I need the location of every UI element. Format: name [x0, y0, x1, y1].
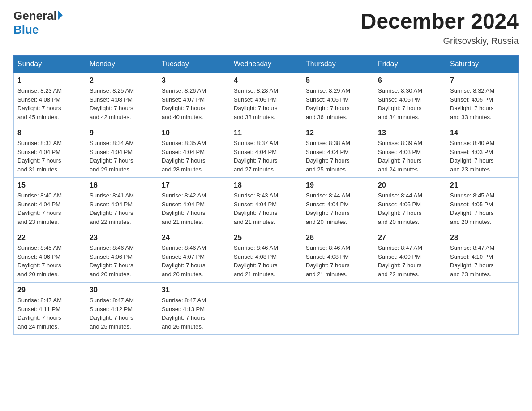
logo: General Blue	[13, 9, 63, 37]
day-info: Sunrise: 8:25 AM Sunset: 4:08 PM Dayligh…	[90, 86, 154, 121]
table-row: 22 Sunrise: 8:45 AM Sunset: 4:06 PM Dayl…	[14, 230, 86, 283]
table-row: 15 Sunrise: 8:40 AM Sunset: 4:04 PM Dayl…	[14, 178, 86, 230]
day-number: 10	[162, 129, 226, 137]
calendar-week-row: 1 Sunrise: 8:23 AM Sunset: 4:08 PM Dayli…	[14, 73, 519, 125]
col-tuesday: Tuesday	[158, 56, 230, 73]
day-info: Sunrise: 8:47 AM Sunset: 4:11 PM Dayligh…	[17, 296, 82, 331]
day-info: Sunrise: 8:47 AM Sunset: 4:13 PM Dayligh…	[162, 296, 226, 331]
day-number: 4	[234, 77, 298, 85]
table-row: 3 Sunrise: 8:26 AM Sunset: 4:07 PM Dayli…	[158, 73, 230, 125]
table-row: 9 Sunrise: 8:34 AM Sunset: 4:04 PM Dayli…	[86, 125, 158, 178]
table-row: 18 Sunrise: 8:43 AM Sunset: 4:04 PM Dayl…	[230, 178, 302, 230]
logo-blue-part	[57, 13, 63, 20]
table-row: 12 Sunrise: 8:38 AM Sunset: 4:04 PM Dayl…	[302, 125, 374, 178]
col-thursday: Thursday	[302, 56, 374, 73]
table-row: 20 Sunrise: 8:44 AM Sunset: 4:05 PM Dayl…	[374, 178, 446, 230]
day-number: 9	[90, 129, 154, 137]
day-info: Sunrise: 8:46 AM Sunset: 4:08 PM Dayligh…	[234, 244, 298, 278]
table-row: 2 Sunrise: 8:25 AM Sunset: 4:08 PM Dayli…	[86, 73, 158, 125]
col-wednesday: Wednesday	[230, 56, 302, 73]
day-number: 21	[450, 181, 515, 189]
day-number: 29	[17, 286, 82, 294]
day-number: 26	[306, 234, 370, 242]
day-info: Sunrise: 8:46 AM Sunset: 4:07 PM Dayligh…	[162, 244, 226, 278]
table-row: 5 Sunrise: 8:29 AM Sunset: 4:06 PM Dayli…	[302, 73, 374, 125]
table-row: 19 Sunrise: 8:44 AM Sunset: 4:04 PM Dayl…	[302, 178, 374, 230]
table-row: 29 Sunrise: 8:47 AM Sunset: 4:11 PM Dayl…	[14, 283, 86, 335]
day-info: Sunrise: 8:39 AM Sunset: 4:03 PM Dayligh…	[378, 139, 442, 174]
table-row: 13 Sunrise: 8:39 AM Sunset: 4:03 PM Dayl…	[374, 125, 446, 178]
location-subtitle: Gritsovskiy, Russia	[361, 36, 519, 46]
day-info: Sunrise: 8:41 AM Sunset: 4:04 PM Dayligh…	[90, 191, 154, 226]
day-info: Sunrise: 8:45 AM Sunset: 4:05 PM Dayligh…	[450, 191, 515, 226]
day-info: Sunrise: 8:29 AM Sunset: 4:06 PM Dayligh…	[306, 86, 370, 121]
day-number: 30	[90, 286, 154, 294]
day-number: 1	[17, 77, 82, 85]
calendar-week-row: 8 Sunrise: 8:33 AM Sunset: 4:04 PM Dayli…	[14, 125, 519, 178]
page-header: General Blue December 2024 Gritsovskiy, …	[13, 9, 519, 46]
title-section: December 2024 Gritsovskiy, Russia	[361, 9, 519, 46]
logo-triangle-icon	[58, 11, 63, 20]
day-number: 19	[306, 181, 370, 189]
table-row: 26 Sunrise: 8:46 AM Sunset: 4:08 PM Dayl…	[302, 230, 374, 283]
day-info: Sunrise: 8:37 AM Sunset: 4:04 PM Dayligh…	[234, 139, 298, 174]
table-row: 6 Sunrise: 8:30 AM Sunset: 4:05 PM Dayli…	[374, 73, 446, 125]
table-row: 8 Sunrise: 8:33 AM Sunset: 4:04 PM Dayli…	[14, 125, 86, 178]
day-info: Sunrise: 8:40 AM Sunset: 4:03 PM Dayligh…	[450, 139, 515, 174]
calendar-week-row: 29 Sunrise: 8:47 AM Sunset: 4:11 PM Dayl…	[14, 283, 519, 335]
day-info: Sunrise: 8:46 AM Sunset: 4:08 PM Dayligh…	[306, 244, 370, 278]
table-row: 16 Sunrise: 8:41 AM Sunset: 4:04 PM Dayl…	[86, 178, 158, 230]
table-row: 14 Sunrise: 8:40 AM Sunset: 4:03 PM Dayl…	[446, 125, 519, 178]
day-info: Sunrise: 8:45 AM Sunset: 4:06 PM Dayligh…	[17, 244, 82, 278]
day-info: Sunrise: 8:43 AM Sunset: 4:04 PM Dayligh…	[234, 191, 298, 226]
day-number: 6	[378, 77, 442, 85]
day-number: 17	[162, 181, 226, 189]
day-info: Sunrise: 8:46 AM Sunset: 4:06 PM Dayligh…	[90, 244, 154, 278]
col-friday: Friday	[374, 56, 446, 73]
calendar-table: Sunday Monday Tuesday Wednesday Thursday…	[13, 55, 519, 335]
day-info: Sunrise: 8:34 AM Sunset: 4:04 PM Dayligh…	[90, 139, 154, 174]
day-number: 22	[17, 234, 82, 242]
day-info: Sunrise: 8:23 AM Sunset: 4:08 PM Dayligh…	[17, 86, 82, 121]
day-info: Sunrise: 8:47 AM Sunset: 4:10 PM Dayligh…	[450, 244, 515, 278]
day-info: Sunrise: 8:26 AM Sunset: 4:07 PM Dayligh…	[162, 86, 226, 121]
table-row	[374, 283, 446, 335]
table-row: 17 Sunrise: 8:42 AM Sunset: 4:04 PM Dayl…	[158, 178, 230, 230]
table-row: 7 Sunrise: 8:32 AM Sunset: 4:05 PM Dayli…	[446, 73, 519, 125]
day-info: Sunrise: 8:47 AM Sunset: 4:09 PM Dayligh…	[378, 244, 442, 278]
logo-general-text: General	[13, 9, 57, 23]
day-number: 25	[234, 234, 298, 242]
day-number: 2	[90, 77, 154, 85]
day-info: Sunrise: 8:30 AM Sunset: 4:05 PM Dayligh…	[378, 86, 442, 121]
day-info: Sunrise: 8:28 AM Sunset: 4:06 PM Dayligh…	[234, 86, 298, 121]
table-row: 4 Sunrise: 8:28 AM Sunset: 4:06 PM Dayli…	[230, 73, 302, 125]
day-number: 16	[90, 181, 154, 189]
table-row: 11 Sunrise: 8:37 AM Sunset: 4:04 PM Dayl…	[230, 125, 302, 178]
day-number: 23	[90, 234, 154, 242]
day-info: Sunrise: 8:33 AM Sunset: 4:04 PM Dayligh…	[17, 139, 82, 174]
day-number: 24	[162, 234, 226, 242]
table-row: 31 Sunrise: 8:47 AM Sunset: 4:13 PM Dayl…	[158, 283, 230, 335]
col-monday: Monday	[86, 56, 158, 73]
table-row: 27 Sunrise: 8:47 AM Sunset: 4:09 PM Dayl…	[374, 230, 446, 283]
col-saturday: Saturday	[446, 56, 519, 73]
day-number: 8	[17, 129, 82, 137]
table-row: 25 Sunrise: 8:46 AM Sunset: 4:08 PM Dayl…	[230, 230, 302, 283]
table-row	[230, 283, 302, 335]
day-number: 5	[306, 77, 370, 85]
day-info: Sunrise: 8:40 AM Sunset: 4:04 PM Dayligh…	[17, 191, 82, 226]
day-number: 13	[378, 129, 442, 137]
day-info: Sunrise: 8:32 AM Sunset: 4:05 PM Dayligh…	[450, 86, 515, 121]
day-number: 20	[378, 181, 442, 189]
table-row: 10 Sunrise: 8:35 AM Sunset: 4:04 PM Dayl…	[158, 125, 230, 178]
calendar-week-row: 15 Sunrise: 8:40 AM Sunset: 4:04 PM Dayl…	[14, 178, 519, 230]
day-info: Sunrise: 8:38 AM Sunset: 4:04 PM Dayligh…	[306, 139, 370, 174]
table-row: 23 Sunrise: 8:46 AM Sunset: 4:06 PM Dayl…	[86, 230, 158, 283]
table-row: 28 Sunrise: 8:47 AM Sunset: 4:10 PM Dayl…	[446, 230, 519, 283]
day-number: 11	[234, 129, 298, 137]
table-row: 30 Sunrise: 8:47 AM Sunset: 4:12 PM Dayl…	[86, 283, 158, 335]
day-number: 15	[17, 181, 82, 189]
day-number: 14	[450, 129, 515, 137]
day-number: 28	[450, 234, 515, 242]
logo-blue-text: Blue	[13, 23, 39, 37]
